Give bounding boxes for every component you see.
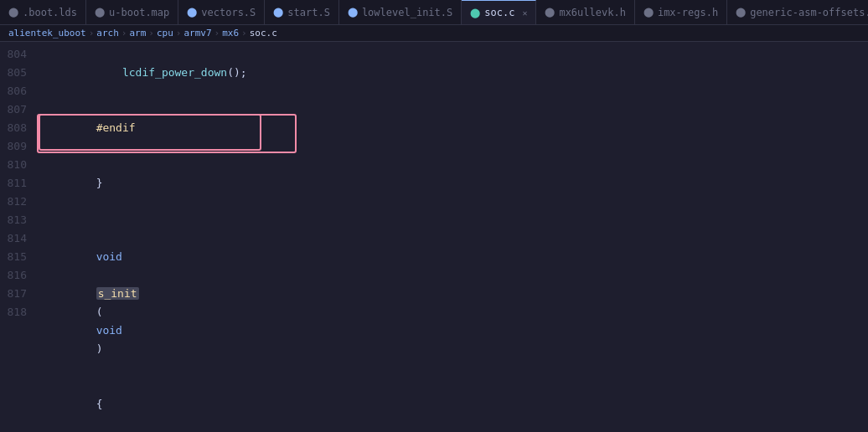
breadcrumb-arch: arch [96,28,119,39]
tab-imx-regs-h[interactable]: ⬤ imx-regs.h [635,0,727,25]
code-line-809: { [40,377,868,430]
tab-icon-lowlevel-init-s: ⬤ [348,7,358,18]
tab-icon-imx-regs-h: ⬤ [643,7,654,18]
tab-label-lowlevel-init-s: lowlevel_init.S [362,7,452,18]
tab-icon-vectors-s: ⬤ [187,7,197,18]
tab-icon-generic-asm-h: ⬤ [736,7,746,18]
breadcrumb-alientek: alientek_uboot [8,28,86,39]
tab-icon-soc-c: ⬤ [470,8,480,18]
breadcrumb-sep5: › [214,28,220,39]
ln-809: 809 [0,137,27,156]
tab-label-soc-c: soc.c [484,7,514,18]
editor-wrapper: lcdif_power_down(); #endif } void s_init… [37,42,868,430]
breadcrumb-socc: soc.c [250,28,277,39]
breadcrumb-sep1: › [89,28,95,39]
breadcrumb-cpu: cpu [157,28,173,39]
ln-814: 814 [0,229,27,248]
ln-811: 811 [0,174,27,193]
ln-815: 815 [0,248,27,266]
tab-label-imx-regs-h: imx-regs.h [658,7,718,18]
ln-810: 810 [0,156,27,174]
ln-812: 812 [0,193,27,211]
ln-807: 807 [0,100,27,119]
tab-label-vectors-s: vectors.S [201,7,256,18]
editor: 804 805 806 807 808 809 810 811 812 813 … [0,42,868,430]
line-numbers: 804 805 806 807 808 809 810 811 812 813 … [0,42,37,430]
code-area[interactable]: lcdif_power_down(); #endif } void s_init… [37,42,868,430]
tab-icon-mx6ullevk-h: ⬤ [545,7,555,18]
breadcrumb-mx6: mx6 [222,28,239,39]
tab-lowlevel-init-s[interactable]: ⬤ lowlevel_init.S [339,0,462,25]
tab-soc-c[interactable]: ⬤ soc.c ✕ [462,0,536,25]
ln-817: 817 [0,285,27,303]
tab-icon-boot-lds: ⬤ [8,7,18,18]
ln-816: 816 [0,266,27,285]
breadcrumb-sep2: › [121,28,127,39]
tab-mx6ullevk-h[interactable]: ⬤ mx6ullevk.h [536,0,634,25]
tab-boot-lds[interactable]: ⬤ .boot.lds [0,0,86,25]
tab-vectors-s[interactable]: ⬤ vectors.S [178,0,265,25]
ln-808: 808 [0,119,27,137]
tab-u-boot-map[interactable]: ⬤ u-boot.map [86,0,178,25]
tab-start-s[interactable]: ⬤ start.S [265,0,339,25]
tab-generic-asm-offsets-h[interactable]: ⬤ generic-asm-offsets.h [727,0,868,25]
breadcrumb-sep3: › [148,28,154,39]
tab-close-soc-c[interactable]: ✕ [522,8,527,18]
ln-813: 813 [0,211,27,229]
tab-label-start-s: start.S [287,7,330,18]
code-line-808: void s_init ( void ) [40,229,868,377]
ln-805: 805 [0,64,27,82]
code-line-807 [40,211,868,229]
ln-804: 804 [0,45,27,64]
tab-label-u-boot-map: u-boot.map [109,7,169,18]
tab-label-boot-lds: .boot.lds [23,7,77,18]
tab-icon-start-s: ⬤ [273,7,283,18]
tab-label-mx6ullevk-h: mx6ullevk.h [559,7,625,18]
breadcrumb-sep6: › [241,28,247,39]
code-line-805: #endif [40,100,868,156]
ln-818: 818 [0,303,27,321]
tab-bar: ⬤ .boot.lds ⬤ u-boot.map ⬤ vectors.S ⬤ s… [0,0,868,25]
breadcrumb-armv7: armv7 [183,28,211,39]
breadcrumb-arm: arm [129,28,146,39]
breadcrumb: alientek_uboot › arch › arm › cpu › armv… [0,25,868,42]
ln-806: 806 [0,82,27,100]
tab-icon-u-boot-map: ⬤ [95,7,105,18]
tab-label-generic-asm-h: generic-asm-offsets.h [750,7,868,18]
breadcrumb-sep4: › [176,28,182,39]
code-line-806: } [40,156,868,211]
code-line-804: lcdif_power_down(); [40,45,868,100]
